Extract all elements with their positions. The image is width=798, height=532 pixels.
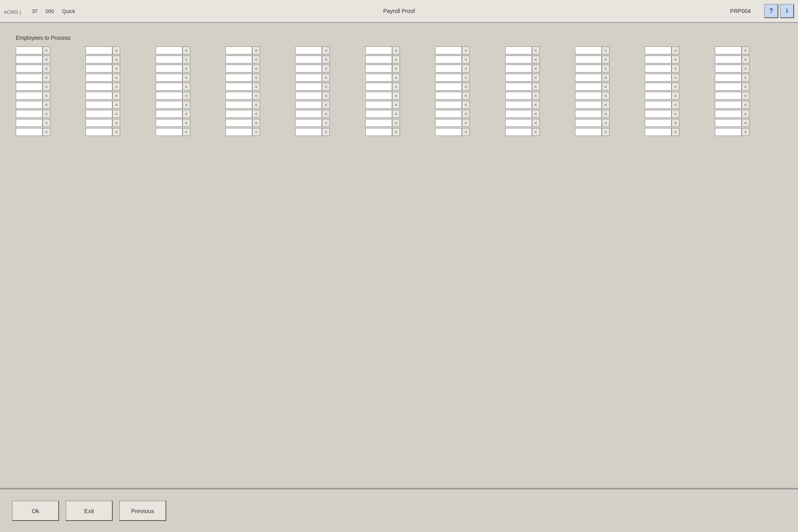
emp-btn-r1-c3[interactable]: <: [252, 56, 260, 63]
emp-btn-r0-c1[interactable]: <: [112, 47, 120, 54]
emp-btn-r2-c10[interactable]: <: [742, 65, 750, 73]
emp-input-r5-c10[interactable]: [715, 92, 742, 100]
emp-input-r5-c4[interactable]: [295, 92, 322, 100]
emp-input-r4-c6[interactable]: [435, 83, 462, 91]
emp-btn-r4-c9[interactable]: <: [672, 83, 679, 91]
emp-input-r8-c3[interactable]: [225, 119, 252, 127]
emp-btn-r5-c3[interactable]: <: [252, 92, 260, 100]
emp-btn-r1-c2[interactable]: <: [182, 56, 190, 63]
emp-input-r4-c4[interactable]: [295, 83, 322, 91]
emp-btn-r3-c1[interactable]: <: [112, 74, 120, 82]
emp-btn-r0-c4[interactable]: <: [322, 47, 330, 54]
emp-input-r1-c6[interactable]: [435, 56, 462, 63]
emp-input-r3-c5[interactable]: [365, 74, 392, 82]
emp-btn-r8-c7[interactable]: <: [532, 119, 540, 127]
emp-btn-r3-c7[interactable]: <: [532, 74, 540, 82]
emp-btn-r2-c9[interactable]: <: [672, 65, 679, 73]
emp-input-r6-c10[interactable]: [715, 101, 742, 109]
emp-btn-r8-c1[interactable]: <: [112, 119, 120, 127]
emp-btn-r6-c5[interactable]: <: [392, 101, 400, 109]
emp-input-r5-c8[interactable]: [575, 92, 602, 100]
emp-input-r7-c2[interactable]: [156, 110, 182, 118]
emp-input-r2-c5[interactable]: [365, 65, 392, 73]
emp-input-r7-c0[interactable]: [16, 110, 43, 118]
emp-btn-r7-c1[interactable]: <: [112, 110, 120, 118]
emp-btn-r7-c6[interactable]: <: [462, 110, 470, 118]
emp-btn-r0-c5[interactable]: <: [392, 47, 400, 54]
emp-btn-r8-c3[interactable]: <: [252, 119, 260, 127]
emp-input-r9-c5[interactable]: [365, 128, 392, 136]
emp-btn-r7-c5[interactable]: <: [392, 110, 400, 118]
emp-btn-r6-c1[interactable]: <: [112, 101, 120, 109]
emp-btn-r9-c2[interactable]: <: [182, 128, 190, 136]
emp-btn-r5-c9[interactable]: <: [672, 92, 679, 100]
emp-btn-r5-c5[interactable]: <: [392, 92, 400, 100]
emp-input-r3-c3[interactable]: [225, 74, 252, 82]
emp-input-r8-c8[interactable]: [575, 119, 602, 127]
emp-input-r7-c3[interactable]: [225, 110, 252, 118]
emp-input-r9-c4[interactable]: [295, 128, 322, 136]
emp-btn-r4-c6[interactable]: <: [462, 83, 470, 91]
emp-input-r5-c5[interactable]: [365, 92, 392, 100]
help-button[interactable]: ?: [764, 4, 778, 18]
emp-btn-r6-c3[interactable]: <: [252, 101, 260, 109]
emp-input-r6-c8[interactable]: [575, 101, 602, 109]
emp-btn-r4-c2[interactable]: <: [182, 83, 190, 91]
emp-btn-r5-c4[interactable]: <: [322, 92, 330, 100]
emp-btn-r3-c6[interactable]: <: [462, 74, 470, 82]
ok-button[interactable]: Ok: [12, 500, 59, 521]
emp-btn-r7-c9[interactable]: <: [672, 110, 679, 118]
emp-input-r6-c7[interactable]: [505, 101, 532, 109]
emp-input-r7-c6[interactable]: [435, 110, 462, 118]
emp-input-r0-c2[interactable]: [156, 47, 182, 54]
emp-btn-r1-c0[interactable]: <: [43, 56, 50, 63]
emp-input-r7-c10[interactable]: [715, 110, 742, 118]
emp-input-r8-c4[interactable]: [295, 119, 322, 127]
emp-input-r0-c3[interactable]: [225, 47, 252, 54]
emp-btn-r7-c3[interactable]: <: [252, 110, 260, 118]
emp-btn-r9-c4[interactable]: <: [322, 128, 330, 136]
emp-input-r2-c7[interactable]: [505, 65, 532, 73]
emp-input-r2-c6[interactable]: [435, 65, 462, 73]
emp-input-r5-c2[interactable]: [156, 92, 182, 100]
emp-btn-r0-c10[interactable]: <: [742, 47, 750, 54]
emp-input-r5-c0[interactable]: [16, 92, 43, 100]
emp-input-r6-c4[interactable]: [295, 101, 322, 109]
emp-input-r4-c9[interactable]: [645, 83, 672, 91]
emp-input-r2-c3[interactable]: [225, 65, 252, 73]
emp-input-r1-c4[interactable]: [295, 56, 322, 63]
emp-btn-r2-c4[interactable]: <: [322, 65, 330, 73]
emp-btn-r9-c3[interactable]: <: [252, 128, 260, 136]
emp-btn-r9-c9[interactable]: <: [672, 128, 679, 136]
emp-input-r1-c9[interactable]: [645, 56, 672, 63]
emp-btn-r5-c2[interactable]: <: [182, 92, 190, 100]
emp-btn-r7-c0[interactable]: <: [43, 110, 50, 118]
emp-btn-r5-c7[interactable]: <: [532, 92, 540, 100]
emp-input-r9-c6[interactable]: [435, 128, 462, 136]
emp-btn-r0-c0[interactable]: <: [43, 47, 50, 54]
emp-btn-r8-c4[interactable]: <: [322, 119, 330, 127]
emp-input-r3-c9[interactable]: [645, 74, 672, 82]
emp-btn-r2-c2[interactable]: <: [182, 65, 190, 73]
emp-btn-r2-c6[interactable]: <: [462, 65, 470, 73]
emp-input-r8-c2[interactable]: [156, 119, 182, 127]
emp-input-r0-c10[interactable]: [715, 47, 742, 54]
emp-btn-r5-c6[interactable]: <: [462, 92, 470, 100]
emp-btn-r4-c4[interactable]: <: [322, 83, 330, 91]
emp-input-r8-c6[interactable]: [435, 119, 462, 127]
emp-input-r0-c9[interactable]: [645, 47, 672, 54]
emp-input-r6-c2[interactable]: [156, 101, 182, 109]
emp-input-r4-c2[interactable]: [156, 83, 182, 91]
emp-btn-r8-c10[interactable]: <: [742, 119, 750, 127]
emp-btn-r8-c5[interactable]: <: [392, 119, 400, 127]
emp-btn-r6-c7[interactable]: <: [532, 101, 540, 109]
emp-input-r6-c6[interactable]: [435, 101, 462, 109]
emp-input-r6-c3[interactable]: [225, 101, 252, 109]
emp-input-r7-c1[interactable]: [86, 110, 112, 118]
emp-btn-r0-c8[interactable]: <: [602, 47, 610, 54]
emp-btn-r1-c8[interactable]: <: [602, 56, 610, 63]
emp-btn-r4-c10[interactable]: <: [742, 83, 750, 91]
emp-input-r5-c9[interactable]: [645, 92, 672, 100]
exit-button[interactable]: Exit: [65, 500, 113, 521]
emp-input-r0-c1[interactable]: [86, 47, 112, 54]
